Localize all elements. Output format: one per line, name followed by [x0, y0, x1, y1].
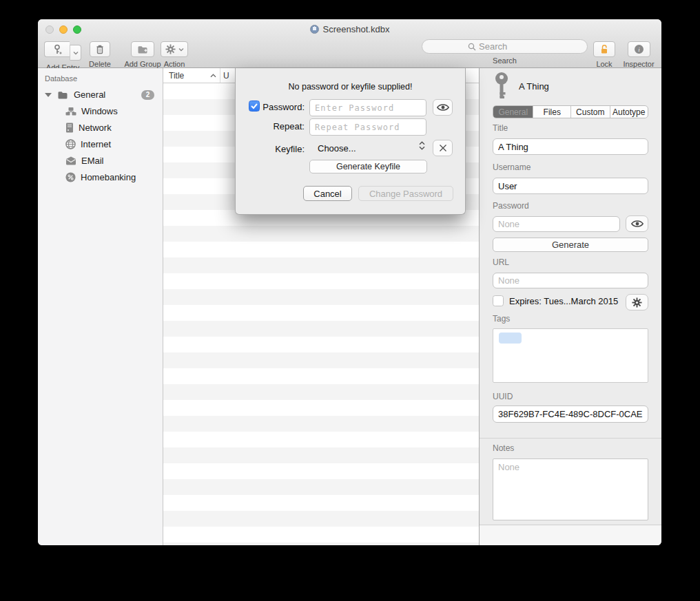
reveal-password-button[interactable] — [626, 215, 648, 232]
trash-icon — [95, 44, 105, 54]
search-field[interactable] — [422, 39, 588, 54]
action-label: Action — [156, 60, 192, 68]
column-header-username[interactable]: U — [220, 71, 229, 81]
add-entry-button[interactable] — [44, 41, 70, 57]
expires-checkbox[interactable] — [493, 295, 504, 306]
tab-general[interactable]: General — [493, 106, 533, 118]
notes-field[interactable] — [493, 458, 648, 520]
disclosure-triangle-icon[interactable] — [45, 93, 52, 97]
sidebar-item-label: EMail — [81, 156, 104, 166]
sheet-repeat-label: Repeat: — [249, 121, 305, 131]
sort-ascending-icon — [210, 74, 216, 78]
chevron-down-icon — [178, 48, 184, 52]
cancel-button[interactable]: Cancel — [303, 186, 352, 201]
sidebar-item-network[interactable]: Network — [38, 120, 163, 136]
info-icon: i — [634, 44, 644, 54]
sidebar-item-label: General — [74, 89, 105, 100]
entry-count-badge: 2 — [141, 90, 154, 100]
add-entry-dropdown-button[interactable] — [70, 45, 81, 61]
key-plus-icon — [52, 44, 63, 55]
uuid-field[interactable] — [493, 405, 648, 423]
sidebar-item-label: Internet — [81, 139, 111, 149]
tag-token[interactable] — [499, 333, 522, 344]
key-icon — [493, 72, 511, 101]
add-group-button[interactable] — [131, 41, 154, 57]
clear-keyfile-button[interactable] — [433, 140, 453, 156]
window-title: Screenshot.kdbx — [323, 24, 390, 34]
action-button[interactable] — [161, 41, 188, 57]
tab-files[interactable]: Files — [533, 106, 571, 118]
folder-plus-icon — [137, 45, 149, 54]
generate-password-button[interactable]: Generate — [493, 238, 648, 252]
sidebar-item-label: Homebanking — [81, 172, 136, 182]
sheet-keyfile-label: Keyfile: — [249, 144, 305, 154]
search-label: Search — [422, 56, 588, 65]
window-chrome: Screenshot.kdbx Add Entry — [38, 19, 661, 68]
generate-keyfile-button[interactable]: Generate Keyfile — [309, 160, 427, 173]
column-header-title[interactable]: Title — [163, 68, 220, 83]
lock-button[interactable] — [593, 41, 615, 57]
url-label: URL — [493, 257, 509, 267]
username-label: Username — [493, 162, 531, 172]
expires-settings-button[interactable] — [626, 294, 648, 310]
inspector-label: Inspector — [621, 60, 657, 68]
divider — [480, 438, 661, 439]
keyfile-popup-button[interactable]: Choose... — [318, 143, 356, 154]
sidebar-item-email[interactable]: EMail — [38, 153, 163, 169]
search-input[interactable] — [479, 41, 568, 52]
titlebar: Screenshot.kdbx — [38, 24, 661, 34]
sidebar-section-header: Database — [45, 74, 77, 83]
password-field[interactable] — [493, 216, 620, 232]
sheet-password-label: Password: — [249, 102, 305, 112]
inspector-button[interactable]: i — [628, 41, 650, 57]
desktop-background: Screenshot.kdbx Add Entry — [0, 0, 700, 601]
gear-icon — [632, 297, 642, 308]
eye-icon — [437, 103, 449, 112]
lock-open-icon — [599, 44, 609, 54]
inspector-tabs: General Files Custom Autotype — [493, 105, 648, 118]
sidebar: Database General 2 Windows — [38, 68, 163, 545]
enter-password-input[interactable] — [309, 99, 426, 116]
repeat-password-input[interactable] — [309, 118, 426, 136]
sidebar-item-windows[interactable]: Windows — [38, 103, 163, 119]
eye-icon — [631, 220, 644, 228]
reveal-password-button[interactable] — [433, 99, 453, 116]
notes-label: Notes — [493, 443, 514, 453]
change-password-button: Change Password — [358, 186, 453, 201]
sidebar-item-label: Windows — [81, 106, 118, 116]
tab-autotype[interactable]: Autotype — [610, 106, 648, 118]
server-icon — [65, 123, 74, 133]
uuid-label: UUID — [493, 392, 513, 401]
stepper-icon[interactable] — [419, 141, 425, 150]
entry-header: A Thing — [493, 72, 549, 101]
sidebar-item-homebanking[interactable]: Homebanking — [38, 169, 163, 185]
delete-button[interactable] — [90, 41, 110, 57]
workgroup-icon — [65, 107, 76, 116]
percent-icon — [65, 172, 76, 182]
inspector-panel: A Thing General Files Custom Autotype Ti… — [479, 68, 661, 545]
close-x-icon — [439, 144, 447, 152]
change-password-sheet: No password or keyfile supplied! Passwor… — [235, 68, 466, 215]
lock-label: Lock — [588, 60, 621, 68]
search-icon — [468, 43, 476, 51]
document-proxy-icon — [310, 25, 319, 34]
delete-label: Delete — [81, 60, 119, 68]
sidebar-item-label: Network — [79, 123, 112, 133]
inspector-footer — [480, 525, 661, 545]
envelope-icon — [65, 156, 76, 165]
expires-row: Expires: Tues...March 2015 — [493, 295, 618, 306]
sidebar-item-internet[interactable]: Internet — [38, 136, 163, 152]
expires-label: Expires: Tues...March 2015 — [509, 296, 618, 306]
entry-title: A Thing — [519, 81, 549, 92]
tags-field[interactable] — [493, 328, 648, 383]
password-label: Password — [493, 201, 529, 211]
chevron-down-icon — [73, 51, 79, 55]
tags-label: Tags — [493, 314, 510, 324]
title-field[interactable] — [493, 138, 648, 155]
app-window: Screenshot.kdbx Add Entry — [38, 19, 661, 545]
username-field[interactable] — [493, 178, 648, 194]
tab-custom[interactable]: Custom — [571, 106, 610, 118]
url-field[interactable] — [493, 273, 648, 288]
gear-icon — [165, 44, 176, 54]
sidebar-item-general[interactable]: General 2 — [38, 87, 163, 103]
